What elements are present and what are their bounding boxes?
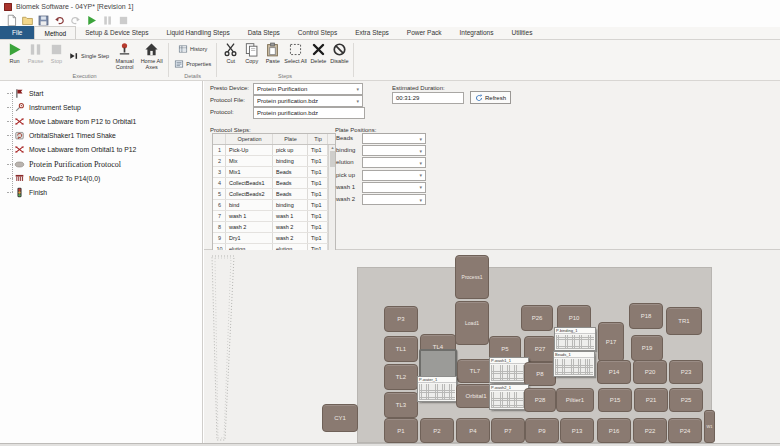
deck-plate-P-binding_1[interactable]: P-binding_1 [554,327,596,351]
deck-position-P21[interactable]: P21 [634,388,668,412]
deck-position-P9[interactable]: P9 [525,418,559,443]
table-row[interactable]: 7wash 1wash 1Tip1 [213,211,335,222]
deck-position-TL1[interactable]: TL1 [384,336,418,362]
tab-control-steps[interactable]: Control Steps [289,26,346,39]
tab-integrations[interactable]: Integrations [451,26,503,39]
table-row[interactable]: 5CollectBeads2BeadsTip1 [213,189,335,200]
properties-button[interactable]: Properties [172,58,213,70]
deck-position-P1[interactable]: P1 [384,418,418,443]
deck-plate-P-wash2_1[interactable]: P-wash2_1 [489,384,529,410]
tab-utilities[interactable]: Utilities [502,26,541,39]
stop-small-icon [117,14,130,27]
tab-file[interactable]: File [0,26,34,39]
protocol-file-dropdown[interactable]: Protein purification.bdz ▾ [253,95,363,107]
table-row[interactable]: 4CollectBeads1BeadsTip1 [213,178,335,189]
deck-position-P17[interactable]: P17 [598,322,624,362]
deck-position-TL7[interactable]: TL7 [457,359,493,383]
refresh-button[interactable]: Refresh [470,91,511,104]
tree-item-move-pod2-to-p14-0-0-[interactable]: Move Pod2 To P14(0,0) [0,171,202,185]
deck-plate-P-water_1[interactable]: P-water_1 [417,376,457,402]
delete-button[interactable]: Delete [308,41,329,65]
manual-control-button[interactable]: Manual Control [111,41,138,71]
tree-item-start[interactable]: Start [0,86,202,100]
tree-item-move-labware-from-p12-to-orbital1[interactable]: Move Labware from P12 to Orbital1 [0,114,202,128]
tree-item-move-labware-from-orbital1-to-p12[interactable]: Move Labware from Orbital1 to P12 [0,143,202,157]
table-row[interactable]: 9Dry1wash 2Tip1 [213,233,335,244]
deck-plate-P-wash1_1[interactable]: P-wash1_1 [489,357,529,383]
deck-position-Load1[interactable]: Load1 [455,301,489,345]
deck-position-P28[interactable]: P28 [524,388,556,412]
deck-position-Piltier1[interactable]: Piltier1 [556,388,594,412]
deck-position-P23[interactable]: P23 [669,360,703,384]
qat-redo-button[interactable] [69,14,82,26]
deck-position-Process1[interactable]: Process1 [455,255,489,299]
deck-position-P14[interactable]: P14 [597,360,631,384]
deck-position-P24[interactable]: P24 [668,418,702,443]
qat-pause-small-button[interactable] [101,14,114,26]
deck-position-P25[interactable]: P25 [669,388,703,412]
plate-position-dropdown-wash-2[interactable]: ▾ [362,194,426,205]
protocol-field[interactable]: Protein purification.bdz [253,107,365,119]
deck-position-P7[interactable]: P7 [491,418,525,443]
tab-setup-device-steps[interactable]: Setup & Device Steps [76,26,157,39]
disable-button[interactable]: Disable [329,41,350,65]
tree-item-protein-purification-protocol[interactable]: Protein Purification Protocol [0,157,202,171]
deck-position-CY1[interactable]: CY1 [322,404,358,432]
table-row[interactable]: 8wash 2wash 2Tip1 [213,222,335,233]
deck-position-P18[interactable]: P18 [629,303,663,329]
tree-item-instrument-setup[interactable]: Instrument Setup [0,100,202,114]
tab-method[interactable]: Method [34,26,76,39]
table-row[interactable]: 3Mix1BeadsTip1 [213,167,335,178]
deck-position-P4[interactable]: P4 [456,418,490,443]
estimated-duration-field[interactable]: 00:31:29 [392,92,464,104]
deck-position-empty-selected[interactable] [419,349,457,378]
deck-position-P16[interactable]: P16 [597,418,631,443]
paste-button[interactable]: Paste [262,41,283,65]
plate-position-dropdown-pick-up[interactable]: ▾ [362,170,426,181]
tab-data-steps[interactable]: Data Steps [239,26,289,39]
scroll-up-icon[interactable]: ▲ [329,145,336,150]
presto-device-dropdown[interactable]: Protein Purification ▾ [253,83,363,95]
plate-position-dropdown-Beads[interactable]: ▾ [362,133,426,144]
qat-open-button[interactable] [21,14,34,26]
plate-position-dropdown-wash-1[interactable]: ▾ [362,182,426,193]
table-row[interactable]: 1Pick-Uppick upTip1 [213,145,335,156]
deck-position-P13[interactable]: P13 [560,418,594,443]
tree-item-orbitalshaker1-timed-shake[interactable]: OrbitalShaker1 Timed Shake [0,129,202,143]
deck-position-TL2[interactable]: TL2 [384,364,418,390]
qat-undo-button[interactable] [53,14,66,26]
table-row[interactable]: 6bindbindingTip1 [213,200,335,211]
tree-item-finish[interactable]: Finish [0,185,202,199]
deck-position-TR1[interactable]: TR1 [666,307,702,335]
home-all-axes-button[interactable]: Home All Axes [138,41,165,71]
deck-plate-Beads_1[interactable]: Beads_1 [553,351,595,377]
run-button[interactable]: Run [4,41,25,65]
table-scrollbar-thumb[interactable] [330,151,335,167]
deck-position-P22[interactable]: P22 [633,418,667,443]
plate-position-dropdown-binding[interactable]: ▾ [362,145,426,156]
qat-run-small-button[interactable] [85,14,98,26]
cut-button[interactable]: Cut [220,41,241,65]
qat-new-doc-button[interactable] [5,14,18,26]
deck-position-P20[interactable]: P20 [633,360,667,384]
qat-save-button[interactable] [37,14,50,26]
deck-position-P8[interactable]: P8 [524,362,556,386]
single-step-button[interactable]: Single Step [67,50,111,62]
deck-position-P3[interactable]: P3 [384,306,418,332]
qat-stop-small-button[interactable] [117,14,130,26]
deck-position-P19[interactable]: P19 [631,335,663,361]
deck-position-P15[interactable]: P15 [598,388,632,412]
table-scrollbar[interactable]: ▲ ▼ [328,145,335,255]
copy-button[interactable]: Copy [241,41,262,65]
plate-position-dropdown-elution[interactable]: ▾ [362,157,426,168]
history-button[interactable]: History [176,43,209,55]
table-row[interactable]: 2MixbindingTip1 [213,156,335,167]
tab-liquid-handling-steps[interactable]: Liquid Handling Steps [157,26,238,39]
deck-position-W1[interactable]: W1 [704,410,715,443]
deck-position-P26[interactable]: P26 [521,305,553,331]
select-all-button[interactable]: Select All [283,41,308,65]
tab-power-pack[interactable]: Power Pack [398,26,451,39]
deck-position-P2[interactable]: P2 [420,418,454,443]
tab-extra-steps[interactable]: Extra Steps [346,26,398,39]
deck-position-TL3[interactable]: TL3 [384,392,418,418]
